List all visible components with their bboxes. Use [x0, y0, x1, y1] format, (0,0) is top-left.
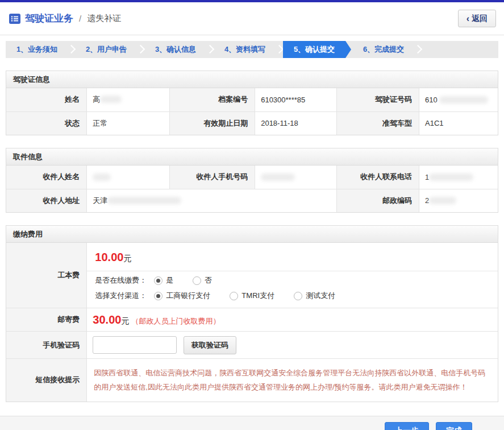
section-license-info: 驾驶证信息 姓名 高 档案编号 610300****85 驾驶证号码 610 状…: [6, 71, 498, 135]
table-row: 收件人地址 天津 邮政编码 2: [6, 189, 498, 212]
radio-checked-icon[interactable]: [154, 276, 163, 285]
payment-channel-label: 选择支付渠道：: [95, 291, 154, 301]
online-payment-row: 是否在线缴费： 是 否: [87, 271, 498, 287]
radio-option-label: 否: [205, 275, 212, 286]
step-separator-chevron: [138, 41, 144, 58]
step-4-fill-data[interactable]: 4、资料填写: [214, 41, 276, 58]
radio-unchecked-icon[interactable]: [294, 292, 302, 300]
step-separator-chevron: [415, 41, 422, 58]
name-value: 高: [87, 88, 169, 111]
radio-option-yes[interactable]: 是: [154, 275, 173, 286]
step-separator-chevron: [207, 41, 214, 58]
section-fees: 缴纳费用 工本费 10.00元 是否在线缴费： 是: [6, 225, 498, 402]
list-icon: [9, 13, 20, 24]
redacted-text: [93, 173, 111, 181]
radio-checked-icon[interactable]: [154, 292, 163, 300]
recipient-address-label: 收件人地址: [6, 189, 87, 212]
recipient-mobile-value: [255, 166, 337, 189]
currency-unit: 元: [121, 316, 129, 325]
table-row: 手机验证码 获取验证码: [6, 332, 498, 359]
radio-option-icbc[interactable]: 工商银行支付: [154, 291, 210, 301]
radio-unchecked-icon[interactable]: [193, 276, 201, 285]
recipient-name-value: [87, 166, 169, 189]
section-title-license: 驾驶证信息: [6, 71, 498, 88]
sms-notice-cell: 因陕西省联通、电信运营商技术问题，陕西省互联网交通安全综合服务管理平台无法向持陕…: [87, 359, 498, 402]
postage-fee-label: 邮寄费: [6, 308, 87, 332]
pickup-info-table: 收件人姓名 收件人手机号码 收件人联系电话 1 收件人地址 天津 邮政编码 2: [6, 166, 498, 212]
radio-option-label: 测试支付: [306, 291, 335, 301]
steps-filler: [422, 41, 498, 58]
recipient-mobile-label: 收件人手机号码: [169, 166, 255, 189]
file-number-value: 610300****85: [255, 88, 337, 111]
production-fee-cell: 10.00元 是否在线缴费： 是 否 选择支: [87, 243, 498, 308]
postage-fee-amount: 30.00: [93, 313, 121, 326]
postage-fee-note: （邮政人员上门收取费用）: [131, 317, 220, 325]
radio-option-no[interactable]: 否: [193, 275, 212, 286]
active-step-arrow: [345, 41, 352, 58]
radio-option-test[interactable]: 测试支付: [294, 291, 335, 301]
back-button[interactable]: ‹ 返回: [458, 10, 496, 27]
redacted-text: [429, 173, 473, 181]
page-header: 驾驶证业务 / 遗失补证 ‹ 返回: [0, 2, 504, 35]
recipient-name-label: 收件人姓名: [6, 166, 87, 189]
currency-unit: 元: [123, 254, 131, 263]
page: 驾驶证业务 / 遗失补证 ‹ 返回 1、业务须知 2、用户申告 3、确认信息 4…: [0, 0, 504, 430]
online-payment-label: 是否在线缴费：: [95, 275, 154, 286]
expiry-date-value: 2018-11-18: [255, 111, 337, 135]
breadcrumb-separator: /: [79, 14, 81, 23]
redacted-text: [261, 173, 295, 181]
footer-action-bar: 上一步 完成: [0, 416, 504, 430]
status-value: 正常: [87, 111, 169, 135]
recipient-phone-label: 收件人联系电话: [336, 166, 419, 189]
previous-step-button[interactable]: 上一步: [385, 422, 429, 430]
redacted-text: [100, 96, 122, 103]
step-5-confirm-submit[interactable]: 5、确认提交: [283, 41, 345, 58]
recipient-address-value: 天津: [87, 189, 336, 212]
fees-table: 工本费 10.00元 是否在线缴费： 是 否: [6, 243, 498, 402]
license-info-table: 姓名 高 档案编号 610300****85 驾驶证号码 610 状态 正常 有…: [6, 88, 498, 135]
section-title-fees: 缴纳费用: [6, 226, 498, 243]
name-label: 姓名: [6, 88, 87, 111]
table-row: 短信接收提示 因陕西省联通、电信运营商技术问题，陕西省互联网交通安全综合服务管理…: [6, 359, 498, 402]
section-title-pickup: 取件信息: [6, 148, 498, 166]
payment-channel-row: 选择支付渠道： 工商银行支付 TMRI支付 测试支付: [87, 287, 498, 308]
recipient-phone-value: 1: [419, 166, 498, 189]
production-fee-amount-line: 10.00元: [87, 243, 498, 271]
sms-code-input[interactable]: [93, 336, 177, 354]
step-2-declaration[interactable]: 2、用户申告: [75, 41, 138, 58]
redacted-text: [439, 96, 488, 104]
radio-unchecked-icon[interactable]: [230, 292, 238, 300]
production-fee-label: 工本费: [6, 243, 87, 308]
status-label: 状态: [6, 111, 87, 135]
step-1-notice[interactable]: 1、业务须知: [6, 41, 68, 58]
step-progress-bar: 1、业务须知 2、用户申告 3、确认信息 4、资料填写 5、确认提交 6、完成提…: [6, 41, 498, 58]
postal-code-value: 2: [419, 189, 498, 212]
postage-fee-cell: 30.00元（邮政人员上门收取费用）: [87, 308, 498, 332]
chevron-left-icon: ‹: [466, 14, 469, 23]
radio-option-label: 工商银行支付: [166, 291, 210, 301]
license-number-value: 610: [419, 88, 498, 111]
page-subtitle: 遗失补证: [87, 13, 121, 24]
redacted-text: [429, 197, 456, 204]
finish-button[interactable]: 完成: [436, 422, 472, 430]
get-code-button[interactable]: 获取验证码: [184, 336, 236, 354]
vehicle-class-value: A1C1: [419, 111, 498, 135]
expiry-date-label: 有效期止日期: [169, 111, 255, 135]
step-separator-chevron: [276, 41, 283, 58]
step-3-confirm-info[interactable]: 3、确认信息: [144, 41, 207, 58]
step-6-complete-submit[interactable]: 6、完成提交: [352, 41, 415, 58]
back-button-label: 返回: [472, 14, 488, 24]
table-row: 邮寄费 30.00元（邮政人员上门收取费用）: [6, 308, 498, 332]
table-row: 姓名 高 档案编号 610300****85 驾驶证号码 610: [6, 88, 498, 111]
license-number-label: 驾驶证号码: [336, 88, 419, 111]
step-separator-chevron: [68, 41, 75, 58]
section-pickup-info: 取件信息 收件人姓名 收件人手机号码 收件人联系电话 1 收件人地址 天津 邮政…: [6, 148, 498, 213]
breadcrumb: 驾驶证业务 / 遗失补证: [9, 12, 121, 25]
sms-code-label: 手机验证码: [6, 332, 87, 359]
postal-code-label: 邮政编码: [336, 189, 419, 212]
table-row: 工本费 10.00元 是否在线缴费： 是 否: [6, 243, 498, 308]
radio-option-tmri[interactable]: TMRI支付: [230, 291, 274, 301]
vehicle-class-label: 准驾车型: [336, 111, 419, 135]
sms-notice-label: 短信接收提示: [6, 359, 87, 402]
radio-option-label: TMRI支付: [241, 291, 274, 301]
